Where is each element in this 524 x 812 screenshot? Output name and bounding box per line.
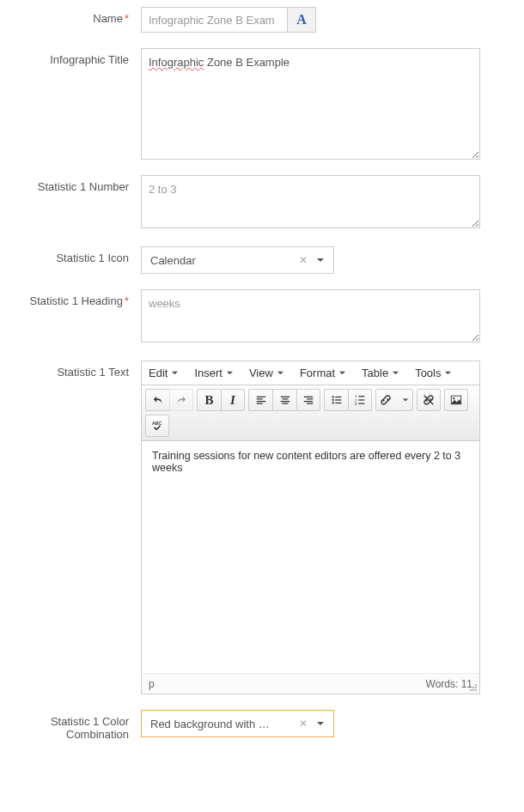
stat1-text-label: Statistic 1 Text <box>14 361 141 379</box>
resize-grip-icon[interactable] <box>469 683 478 692</box>
clear-icon[interactable]: ✕ <box>294 254 313 266</box>
menu-edit[interactable]: Edit <box>149 367 179 379</box>
infographic-title-label: Infographic Title <box>14 48 141 66</box>
stat1-heading-label: Statistic 1 Heading* <box>14 289 141 307</box>
stat1-icon-select[interactable]: Calendar ✕ <box>141 246 334 274</box>
redo-button[interactable] <box>169 389 193 411</box>
svg-point-17 <box>472 687 474 688</box>
menu-insert[interactable]: Insert <box>194 367 234 379</box>
stat1-color-label: Statistic 1 Color Combination <box>14 710 141 741</box>
stat1-heading-input[interactable]: weeks <box>141 289 480 342</box>
font-a-icon: A <box>296 12 307 27</box>
menu-tools[interactable]: Tools <box>415 367 452 379</box>
svg-point-0 <box>332 396 333 397</box>
name-label: Name* <box>14 7 141 25</box>
spellcheck-button[interactable]: ABC <box>145 415 169 437</box>
link-button[interactable] <box>375 389 413 411</box>
svg-point-4 <box>332 402 333 403</box>
svg-text:ABC: ABC <box>152 421 162 426</box>
align-right-button[interactable] <box>296 389 320 411</box>
stat1-number-input[interactable]: 2 to 3 <box>141 175 480 228</box>
unlink-button[interactable] <box>417 389 441 411</box>
svg-rect-11 <box>358 403 364 404</box>
align-center-button[interactable] <box>272 389 296 411</box>
bold-button[interactable]: B <box>197 389 221 411</box>
italic-button[interactable]: I <box>221 389 245 411</box>
svg-rect-3 <box>335 399 341 400</box>
svg-point-20 <box>472 689 474 691</box>
editor-word-count: Words: 11 <box>426 678 472 690</box>
svg-rect-5 <box>335 403 341 403</box>
number-list-button[interactable]: 123 <box>348 389 372 411</box>
chevron-down-icon[interactable] <box>313 254 328 267</box>
menu-format[interactable]: Format <box>300 367 346 379</box>
menu-table[interactable]: Table <box>362 367 399 379</box>
editor-menubar: Edit Insert View Format Table Tools <box>142 361 479 385</box>
editor-path: p <box>149 678 155 690</box>
editor-content[interactable]: Training sessions for new content editor… <box>142 441 479 673</box>
svg-rect-1 <box>335 397 341 397</box>
editor-statusbar: p Words: 11 <box>142 673 479 694</box>
svg-rect-9 <box>358 399 364 400</box>
editor-toolbar: B I 123 <box>142 385 479 441</box>
stat1-icon-label: Statistic 1 Icon <box>14 246 141 264</box>
svg-point-21 <box>475 689 477 691</box>
chevron-down-icon[interactable] <box>313 718 328 730</box>
select-value: Calendar <box>150 254 294 267</box>
menu-view[interactable]: View <box>249 367 284 379</box>
svg-rect-7 <box>358 396 364 397</box>
svg-point-19 <box>470 689 472 691</box>
svg-text:3: 3 <box>355 402 357 406</box>
svg-point-18 <box>475 687 477 688</box>
svg-point-16 <box>475 684 477 686</box>
undo-button[interactable] <box>145 389 169 411</box>
align-left-button[interactable] <box>248 389 272 411</box>
select-value: Red background with … <box>150 718 294 730</box>
svg-point-2 <box>332 399 333 401</box>
stat1-color-select[interactable]: Red background with … ✕ <box>141 710 334 737</box>
infographic-title-input[interactable]: Infographic Zone B Example <box>141 48 480 160</box>
name-input[interactable] <box>141 7 287 33</box>
stat1-number-label: Statistic 1 Number <box>14 175 141 193</box>
clear-icon[interactable]: ✕ <box>294 718 313 730</box>
font-style-button[interactable]: A <box>287 7 316 33</box>
rich-text-editor: Edit Insert View Format Table Tools B I <box>141 361 480 694</box>
image-button[interactable] <box>444 389 468 411</box>
bullet-list-button[interactable] <box>324 389 348 411</box>
svg-point-14 <box>453 397 454 399</box>
